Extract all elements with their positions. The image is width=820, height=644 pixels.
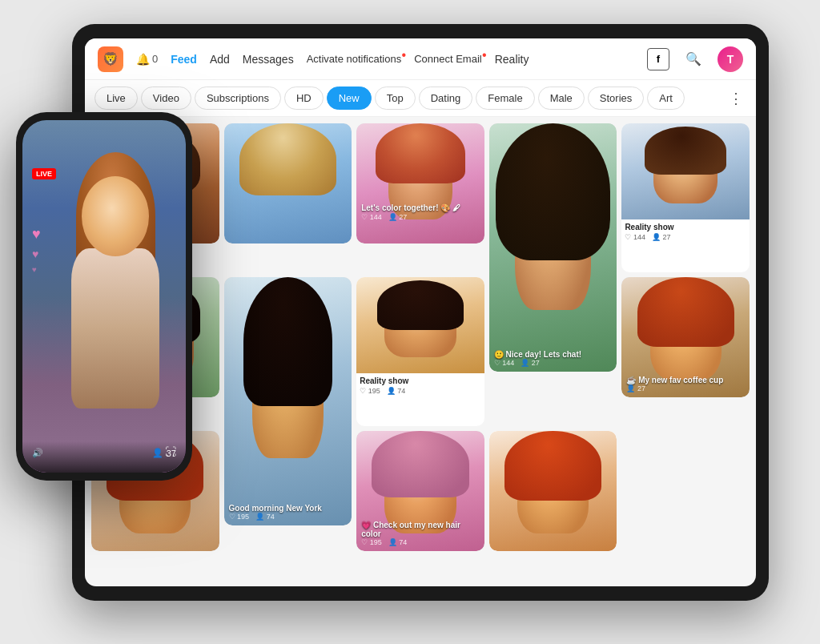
cell12-title: 💗 Check out my new hair color (361, 521, 480, 538)
grid-cell-2[interactable] (224, 123, 352, 244)
volume-icon: 🔊 (32, 448, 43, 458)
viewer-icon: 👤 (152, 448, 163, 458)
connect-email-link[interactable]: Connect Email (414, 53, 482, 65)
cell9-title: Reality show (360, 376, 481, 385)
navbar: 🦁 🔔 0 Feed Add Messages Activate notific… (85, 38, 756, 80)
tab-art[interactable]: Art (647, 87, 685, 110)
tabs-bar: Live Video Subscriptions HD New Top Dati… (85, 80, 756, 117)
tab-male[interactable]: Male (538, 87, 585, 110)
reality-nav-link[interactable]: Reality (495, 53, 529, 66)
cell10-title: ☕ My new fav coffee cup (626, 376, 745, 384)
tabs-more-button[interactable]: ⋮ (726, 90, 746, 107)
grid-cell-4[interactable]: 🙂 Nice day! Lets chat! ♡ 144 👤 27 (489, 123, 617, 372)
facebook-icon: f (657, 53, 660, 65)
tab-dating[interactable]: Dating (419, 87, 473, 110)
cell3-title: Let's color together! 🎨 🖌 (361, 203, 480, 213)
cell3-likes: ♡ 144 (361, 213, 382, 221)
tab-video[interactable]: Video (141, 87, 191, 110)
tab-top[interactable]: Top (375, 87, 416, 110)
tab-stories[interactable]: Stories (588, 87, 644, 110)
logo-emoji: 🦁 (102, 51, 119, 66)
cell7-title: Good morning New York (229, 504, 348, 513)
grid-cell-12[interactable]: 💗 Check out my new hair color ♡ 195 👤 74 (356, 431, 484, 551)
facebook-icon-btn[interactable]: f (647, 48, 669, 70)
feed-nav-link[interactable]: Feed (171, 53, 197, 66)
user-avatar[interactable]: T (718, 46, 743, 72)
grid-cell-10[interactable]: ☕ My new fav coffee cup 👤 27 (621, 277, 750, 397)
phone-device: 9:41 ▋▋▋ WiFi ▮ ☰ ✕ ♥ ♥ ♥ (16, 112, 192, 481)
cell3-viewers: 👤 27 (388, 213, 408, 221)
live-badge: LIVE (32, 168, 56, 179)
bell-icon: 🔔 (136, 53, 150, 66)
grid-cell-9[interactable]: Reality show ♡ 195 👤 74 (356, 277, 484, 426)
phone-screen: 9:41 ▋▋▋ WiFi ▮ ☰ ✕ ♥ ♥ ♥ (22, 120, 186, 473)
tab-live[interactable]: Live (94, 87, 138, 110)
scene: 🦁 🔔 0 Feed Add Messages Activate notific… (0, 0, 820, 644)
grid-cell-7[interactable]: Good morning New York ♡ 195 👤 74 (224, 277, 352, 525)
app-logo[interactable]: 🦁 (98, 46, 123, 72)
tab-female[interactable]: Female (476, 87, 534, 110)
add-nav-link[interactable]: Add (210, 53, 230, 66)
grid-cell-13[interactable] (489, 431, 617, 551)
notifications-count[interactable]: 🔔 0 (136, 53, 158, 66)
cell5-title: Reality show (625, 223, 746, 231)
grid-cell-3[interactable]: Let's color together! 🎨 🖌 ♡ 144 👤 27 (356, 123, 484, 244)
cell8-title: 🙂 Nice day! Lets chat! (494, 350, 613, 359)
tab-new[interactable]: New (327, 87, 372, 110)
tab-subscriptions[interactable]: Subscriptions (195, 87, 281, 110)
tab-hd[interactable]: HD (284, 87, 324, 110)
activate-notifications-link[interactable]: Activate notifications (307, 53, 402, 65)
messages-nav-link[interactable]: Messages (243, 53, 294, 66)
grid-cell-5[interactable]: Reality show ♡ 144 👤 27 (621, 123, 750, 272)
notifications-number: 0 (152, 53, 158, 65)
avatar-letter: T (727, 53, 734, 66)
search-icon: 🔍 (685, 51, 701, 66)
search-button[interactable]: 🔍 (682, 48, 705, 70)
fullscreen-icon[interactable]: ⛶ (165, 445, 176, 458)
